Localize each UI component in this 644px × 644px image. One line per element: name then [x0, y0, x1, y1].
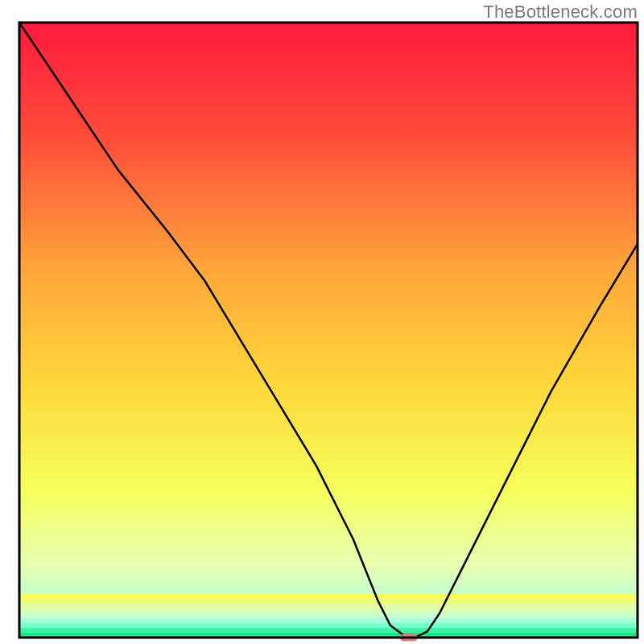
svg-rect-1	[19, 594, 638, 600]
bottleneck-chart	[0, 0, 644, 644]
plot-area	[19, 23, 638, 642]
svg-rect-7	[19, 623, 638, 629]
chart-container: TheBottleneck.com	[0, 0, 644, 644]
gradient-background	[19, 23, 638, 638]
watermark-text: TheBottleneck.com	[483, 2, 638, 23]
svg-rect-8	[19, 628, 638, 634]
svg-rect-2	[19, 599, 638, 605]
svg-rect-4	[19, 609, 638, 614]
svg-rect-5	[19, 613, 638, 619]
bottom-color-bands	[19, 594, 638, 638]
svg-rect-6	[19, 618, 638, 624]
svg-rect-3	[19, 604, 638, 609]
